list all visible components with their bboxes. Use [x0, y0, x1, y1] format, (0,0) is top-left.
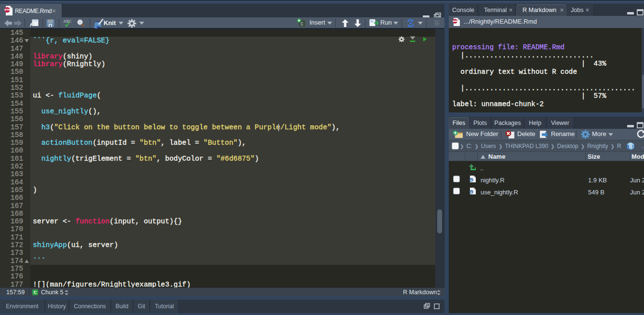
- svg-text:Rmd: Rmd: [6, 9, 9, 11]
- svg-text:C: C: [300, 22, 303, 27]
- svg-text:R: R: [629, 145, 632, 150]
- svg-text:R: R: [470, 191, 473, 194]
- svg-text:ABC: ABC: [63, 19, 72, 24]
- svg-text:R: R: [470, 178, 473, 182]
